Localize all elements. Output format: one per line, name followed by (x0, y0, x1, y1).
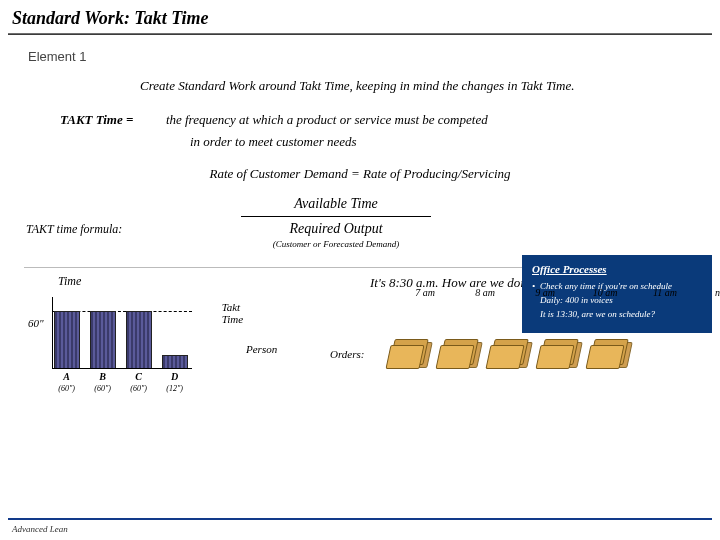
takt-label: TAKT Time = (60, 112, 133, 127)
fraction-top: Available Time (236, 196, 436, 212)
hour-label: 9 am (524, 287, 566, 298)
hour-label: 8 am (464, 287, 506, 298)
fraction-line (241, 216, 431, 217)
takt-definition-row: TAKT Time = the frequency at which a pro… (60, 112, 720, 128)
bar (90, 311, 116, 369)
hour-label: 7 am (404, 287, 446, 298)
bar-chart: Takt Time ABCD (60")(60")(60")(12") (54, 297, 188, 393)
formula-label: TAKT time formula: (26, 222, 156, 237)
bar-time: (60") (54, 384, 80, 393)
hour-label: 10 am (584, 287, 626, 298)
folder-icon (438, 339, 478, 369)
bar-label: D (162, 371, 188, 382)
office-title: Office Processes (532, 263, 702, 275)
title-rule (8, 33, 712, 35)
section-label: Element 1 (28, 49, 720, 64)
folder-icon (388, 339, 428, 369)
formula-row: TAKT time formula: Available Time Requir… (0, 196, 720, 249)
hour-label: noon (704, 287, 720, 298)
bar-label: C (126, 371, 152, 382)
bar-label: A (54, 371, 80, 382)
folder-icon (588, 339, 628, 369)
chart-zone: 60" Takt Time ABCD (60")(60")(60")(12") … (0, 297, 720, 393)
intro-text: Create Standard Work around Takt Time, k… (140, 78, 720, 94)
takt-def-2: in order to meet customer needs (190, 134, 720, 150)
footer-rule (8, 518, 712, 520)
fraction-bottom: Required Output (236, 221, 436, 237)
folder-icon (488, 339, 528, 369)
footer-text: Advanced Lean (12, 524, 68, 534)
bar-label: B (90, 371, 116, 382)
bar-time: (12") (162, 384, 188, 393)
bar (54, 311, 80, 369)
rate-line: Rate of Customer Demand = Rate of Produc… (0, 166, 720, 182)
folder-icon (538, 339, 578, 369)
takt-def-1: the frequency at which a product or serv… (166, 112, 488, 127)
bar (162, 355, 188, 369)
person-axis-label: Person (246, 343, 277, 355)
takt-line-label: Takt Time (222, 301, 243, 325)
folders-row (388, 339, 628, 369)
bar (126, 311, 152, 369)
fraction-note: (Customer or Forecasted Demand) (236, 239, 436, 249)
hours-row: 7 am8 am9 am10 am11 amnoon (404, 287, 720, 298)
y-axis-label: 60" (28, 317, 44, 329)
slide-title: Standard Work: Takt Time (0, 0, 720, 33)
bar-time: (60") (90, 384, 116, 393)
hour-label: 11 am (644, 287, 686, 298)
fraction: Available Time Required Output (Customer… (236, 196, 436, 249)
bar-time: (60") (126, 384, 152, 393)
orders-row: Orders: (330, 339, 628, 369)
orders-label: Orders: (330, 348, 364, 360)
